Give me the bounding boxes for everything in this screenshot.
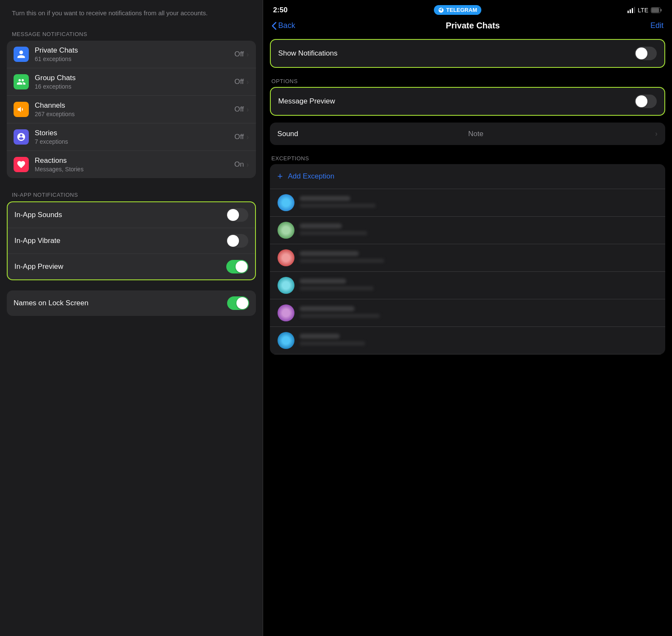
group-chats-chevron: › xyxy=(247,78,249,86)
contact-name-blur-1 xyxy=(300,196,350,201)
group-chats-value: Off xyxy=(234,78,244,86)
contact-name-blur-6 xyxy=(300,334,340,339)
inapp-sounds-row[interactable]: In-App Sounds xyxy=(8,202,255,228)
list-item-channels[interactable]: Channels 267 exceptions Off › xyxy=(7,96,256,123)
signal-bar-2 xyxy=(630,9,631,13)
edit-button[interactable]: Edit xyxy=(650,21,664,30)
stories-icon xyxy=(14,129,29,145)
stories-chevron: › xyxy=(247,133,249,142)
contact-avatar-4 xyxy=(278,277,294,294)
right-panel: 2:50 TELEGRAM LTE xyxy=(263,0,672,636)
stories-text: Stories 7 exceptions xyxy=(35,129,234,145)
contact-name-blur-2 xyxy=(300,223,342,229)
options-group: Message Preview xyxy=(270,87,665,116)
contact-row-5 xyxy=(270,299,665,327)
add-exception-label: Add Exception xyxy=(288,172,334,181)
exceptions-section-header: EXCEPTIONS xyxy=(270,152,665,164)
contact-info-4 xyxy=(300,279,658,292)
list-item-group-chats[interactable]: Group Chats 16 exceptions Off › xyxy=(7,68,256,96)
private-chats-chevron: › xyxy=(247,50,249,59)
channels-subtitle: 267 exceptions xyxy=(35,111,234,117)
contact-avatar-1 xyxy=(278,194,294,211)
inapp-vibrate-toggle[interactable] xyxy=(226,234,248,248)
inapp-notifications-label: IN-APP NOTIFICATIONS xyxy=(0,188,263,201)
back-chevron-icon xyxy=(272,22,277,30)
private-chats-title: Private Chats xyxy=(35,46,234,55)
list-item-private-chats[interactable]: Private Chats 61 exceptions Off › xyxy=(7,41,256,68)
contact-row-6 xyxy=(270,327,665,354)
inapp-vibrate-row[interactable]: In-App Vibrate xyxy=(8,228,255,254)
sound-chevron: › xyxy=(655,129,658,138)
telegram-badge-text: TELEGRAM xyxy=(446,7,477,13)
inapp-vibrate-knob xyxy=(227,235,239,247)
show-notifications-knob xyxy=(636,47,647,59)
stories-value: Off xyxy=(234,133,244,141)
plus-icon: + xyxy=(278,171,283,182)
back-label: Back xyxy=(278,21,295,30)
contact-info-3 xyxy=(300,251,658,265)
message-notifications-group: Private Chats 61 exceptions Off › Group … xyxy=(7,41,256,178)
left-panel: Turn this on if you want to receive noti… xyxy=(0,0,263,636)
inapp-sounds-toggle[interactable] xyxy=(226,208,248,222)
group-chats-title: Group Chats xyxy=(35,74,234,82)
channels-icon xyxy=(14,102,29,117)
show-notifications-toggle[interactable] xyxy=(635,47,657,60)
inapp-sounds-label: In-App Sounds xyxy=(14,211,62,219)
nav-bar: Back Private Chats Edit xyxy=(263,18,672,35)
contact-name-blur-5 xyxy=(300,306,355,311)
private-chats-icon xyxy=(14,47,29,62)
private-chats-subtitle: 61 exceptions xyxy=(35,56,234,62)
lte-label: LTE xyxy=(638,7,648,14)
message-preview-knob xyxy=(636,95,647,107)
add-exception-row[interactable]: + Add Exception xyxy=(270,164,665,189)
inapp-preview-label: In-App Preview xyxy=(14,262,63,271)
names-lock-knob xyxy=(236,297,248,309)
list-item-stories[interactable]: Stories 7 exceptions Off › xyxy=(7,123,256,151)
inapp-preview-toggle[interactable] xyxy=(226,260,248,273)
telegram-badge: TELEGRAM xyxy=(434,5,481,15)
sound-row[interactable]: Sound Note › xyxy=(270,123,665,145)
contact-row-2 xyxy=(270,217,665,244)
show-notifications-row[interactable]: Show Notifications xyxy=(271,40,664,67)
sound-value: Note xyxy=(468,130,483,138)
reactions-subtitle: Messages, Stories xyxy=(35,166,234,173)
svg-rect-1 xyxy=(661,9,662,11)
contact-avatar-5 xyxy=(278,304,294,321)
inapp-preview-knob xyxy=(236,261,247,273)
channels-chevron: › xyxy=(247,105,249,114)
contact-avatar-2 xyxy=(278,222,294,239)
contact-row-4 xyxy=(270,272,665,299)
contact-avatar-3 xyxy=(278,249,294,266)
show-notifications-group: Show Notifications xyxy=(270,39,665,68)
group-chats-subtitle: 16 exceptions xyxy=(35,83,234,90)
list-item-reactions[interactable]: Reactions Messages, Stories On › xyxy=(7,151,256,178)
message-preview-label: Message Preview xyxy=(278,97,335,106)
group-chats-text: Group Chats 16 exceptions xyxy=(35,74,234,90)
inapp-notifications-group: In-App Sounds In-App Vibrate In-App Prev… xyxy=(7,201,256,280)
private-chats-value: Off xyxy=(234,50,244,59)
names-lock-toggle[interactable] xyxy=(227,296,249,310)
names-lock-row[interactable]: Names on Lock Screen xyxy=(7,290,256,316)
back-button[interactable]: Back xyxy=(272,21,295,30)
message-preview-toggle[interactable] xyxy=(635,95,657,108)
stories-subtitle: 7 exceptions xyxy=(35,138,234,145)
contact-status-blur-2 xyxy=(300,231,367,235)
contact-status-blur-1 xyxy=(300,204,376,208)
contact-status-blur-3 xyxy=(300,259,384,263)
reactions-chevron: › xyxy=(247,160,249,169)
channels-text: Channels 267 exceptions xyxy=(35,101,234,117)
private-chats-text: Private Chats 61 exceptions xyxy=(35,46,234,62)
contact-row-3 xyxy=(270,244,665,272)
reactions-title: Reactions xyxy=(35,156,234,165)
contact-name-blur-3 xyxy=(300,251,359,256)
contact-info-5 xyxy=(300,306,658,320)
contact-info-1 xyxy=(300,196,658,209)
signal-bar-3 xyxy=(632,8,633,13)
status-bar: 2:50 TELEGRAM LTE xyxy=(263,0,672,18)
message-preview-row[interactable]: Message Preview xyxy=(271,88,664,115)
stories-title: Stories xyxy=(35,129,234,137)
exceptions-group: + Add Exception xyxy=(270,164,665,354)
inapp-preview-row[interactable]: In-App Preview xyxy=(8,254,255,279)
contact-status-blur-5 xyxy=(300,314,380,318)
options-section-header: OPTIONS xyxy=(270,75,665,87)
